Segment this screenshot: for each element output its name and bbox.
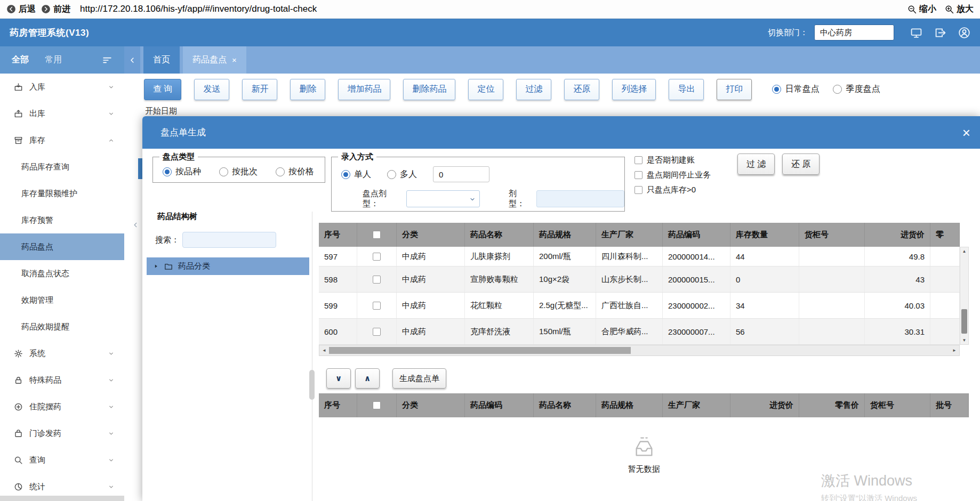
filter-button[interactable]: 过 滤 — [737, 153, 775, 175]
sidebar-item[interactable]: 药品库存查询 — [0, 153, 124, 180]
exit-icon[interactable] — [934, 27, 946, 39]
sidebar-scrollbar[interactable] — [0, 496, 124, 501]
restore-button[interactable]: 还 原 — [782, 153, 820, 175]
scroll-up-arrow-icon[interactable]: ▲ — [960, 247, 968, 255]
panel-splitter[interactable] — [312, 212, 312, 501]
checkbox-option[interactable]: 盘点期间停止业务 — [634, 170, 711, 180]
toolbar-button[interactable]: 增加药品 — [338, 79, 390, 100]
back-button[interactable]: 后退 — [6, 4, 36, 15]
sidebar-group[interactable]: 入库 — [0, 74, 124, 100]
sidebar-group[interactable]: 出库 — [0, 100, 124, 127]
select-all-checkbox[interactable] — [373, 401, 381, 409]
radio-option[interactable]: 按品种 — [163, 166, 201, 177]
table-row[interactable]: 600中成药克痒舒洗液150ml/瓶合肥华威药...230000007...56… — [319, 319, 960, 345]
checkbox[interactable] — [634, 156, 642, 164]
sidebar-item[interactable]: 效期管理 — [0, 287, 124, 313]
tree-node-drug-category[interactable]: 药品分类 — [147, 257, 309, 275]
sidebar-tab-common[interactable]: 常用 — [45, 54, 62, 66]
zoom-out-button[interactable]: 缩小 — [907, 4, 936, 15]
radio-option[interactable]: 季度盘点 — [833, 84, 880, 95]
dialog-close-icon[interactable]: × — [962, 126, 970, 140]
tab-collapse-button[interactable] — [124, 46, 140, 74]
page-tab[interactable]: 药品盘点× — [183, 46, 246, 74]
toolbar-button[interactable]: 定位 — [468, 79, 503, 100]
splitter-grip[interactable] — [309, 370, 315, 400]
scroll-down-arrow-icon[interactable]: ▼ — [960, 336, 968, 344]
row-checkbox[interactable] — [373, 276, 381, 284]
row-select-cell[interactable] — [357, 266, 397, 292]
sidebar-group[interactable]: 住院摆药 — [0, 393, 124, 420]
scroll-left-arrow-icon[interactable]: ◄ — [319, 345, 329, 355]
toolbar-button[interactable]: 删除药品 — [403, 79, 455, 100]
filter-menu-icon[interactable] — [102, 55, 113, 66]
address-bar[interactable]: http://172.20.18.106/his-yf/app/#/invent… — [80, 4, 317, 14]
dept-select[interactable]: 中心药房 — [814, 25, 894, 41]
vertical-scrollbar[interactable]: ▲ ▼ — [960, 247, 969, 345]
sidebar-group[interactable]: 特殊药品 — [0, 367, 124, 393]
sidebar-item[interactable]: 药品效期提醒 — [0, 313, 124, 340]
sidebar-group[interactable]: 查询 — [0, 447, 124, 473]
toolbar-button[interactable]: 列选择 — [612, 79, 656, 100]
sidebar-group[interactable]: 库存 — [0, 127, 124, 153]
radio-option[interactable]: 按批次 — [219, 166, 258, 177]
checkbox[interactable] — [634, 186, 642, 194]
sidebar-item[interactable]: 药品盘点 — [0, 233, 124, 260]
move-down-button[interactable]: ∨ — [326, 368, 351, 389]
table-row[interactable]: 598中成药宣肺败毒颗粒10g×2袋山东步长制...200000015...04… — [319, 266, 960, 293]
toolbar-button[interactable]: 新开 — [242, 79, 277, 100]
row-select-cell[interactable] — [357, 247, 397, 266]
radio-unchecked-icon[interactable] — [276, 167, 285, 176]
row-select-cell[interactable] — [357, 293, 397, 318]
sidebar-group[interactable]: 统计 — [0, 473, 124, 496]
monitor-icon[interactable] — [910, 27, 922, 39]
horizontal-scroll-thumb[interactable] — [329, 347, 631, 354]
radio-unchecked-icon[interactable] — [833, 85, 842, 94]
radio-checked-icon[interactable] — [163, 167, 172, 176]
tab-close-icon[interactable]: × — [232, 55, 237, 64]
sidebar-group[interactable]: 系统 — [0, 340, 124, 367]
toolbar-button[interactable]: 打印 — [717, 79, 752, 100]
checkbox[interactable] — [634, 171, 642, 179]
horizontal-scrollbar[interactable]: ◄ ► — [319, 345, 960, 356]
person-count-input[interactable]: 0 — [433, 166, 489, 182]
toolbar-button[interactable]: 删除 — [290, 79, 325, 100]
checkbox-option[interactable]: 是否期初建账 — [634, 155, 711, 165]
radio-option[interactable]: 单人 — [341, 169, 371, 180]
toolbar-button[interactable]: 发送 — [194, 79, 229, 100]
panel-collapse-icon[interactable] — [131, 221, 140, 229]
radio-option[interactable]: 日常盘点 — [772, 84, 819, 95]
zoom-in-button[interactable]: 放大 — [945, 4, 974, 15]
user-icon[interactable] — [958, 27, 970, 39]
radio-option[interactable]: 多人 — [387, 169, 417, 180]
radio-unchecked-icon[interactable] — [387, 170, 396, 179]
dose-form-select[interactable] — [406, 190, 480, 207]
toolbar-button[interactable]: 导出 — [669, 79, 704, 100]
dose-type-input[interactable] — [536, 190, 624, 207]
sidebar-item[interactable]: 库存量限额维护 — [0, 180, 124, 207]
generate-button[interactable]: 生成盘点单 — [392, 368, 446, 389]
scroll-right-arrow-icon[interactable]: ► — [950, 345, 959, 355]
page-tab[interactable]: 首页 — [143, 46, 180, 74]
sidebar-group[interactable]: 门诊发药 — [0, 420, 124, 447]
select-all-cell[interactable] — [357, 223, 397, 247]
tree-search-input[interactable] — [182, 232, 276, 248]
radio-checked-icon[interactable] — [772, 85, 781, 94]
toolbar-button[interactable]: 过滤 — [516, 79, 551, 100]
toolbar-button[interactable]: 查 询 — [144, 79, 181, 100]
sidebar-item[interactable]: 取消盘点状态 — [0, 260, 124, 287]
select-all-cell[interactable] — [357, 393, 397, 417]
row-checkbox[interactable] — [373, 302, 381, 310]
row-checkbox[interactable] — [373, 328, 381, 336]
radio-option[interactable]: 按价格 — [276, 166, 314, 177]
toolbar-button[interactable]: 还原 — [564, 79, 599, 100]
sidebar-tab-all[interactable]: 全部 — [12, 54, 29, 66]
radio-checked-icon[interactable] — [341, 170, 350, 179]
move-up-button[interactable]: ∧ — [355, 368, 380, 389]
sidebar-item[interactable]: 库存预警 — [0, 207, 124, 233]
checkbox-option[interactable]: 只盘点库存>0 — [634, 185, 711, 195]
table-row[interactable]: 597中成药儿肤康搽剂200ml/瓶四川森科制...200000014...44… — [319, 247, 960, 266]
vertical-scroll-thumb[interactable] — [961, 309, 967, 334]
forward-button[interactable]: 前进 — [41, 4, 70, 15]
row-select-cell[interactable] — [357, 319, 397, 344]
table-row[interactable]: 599中成药花红颗粒2.5g(无糖型...广西壮族自...230000002..… — [319, 293, 960, 319]
